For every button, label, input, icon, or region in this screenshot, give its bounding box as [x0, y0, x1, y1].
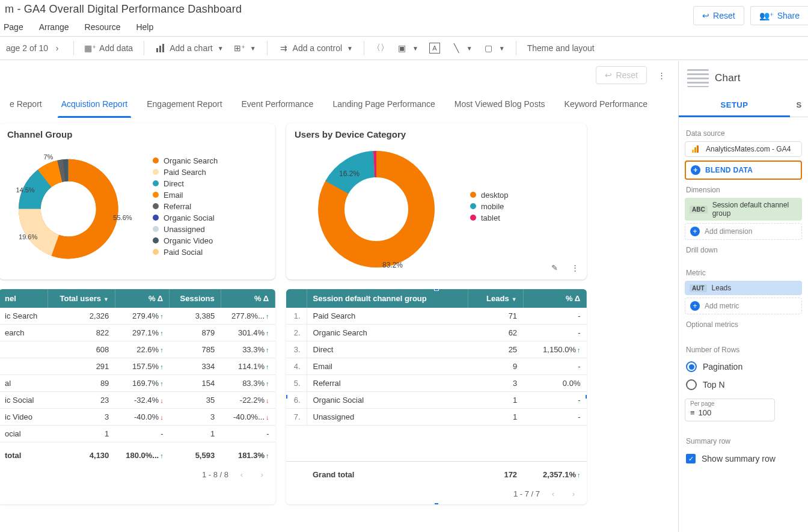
tab-blog[interactable]: Most Viewed Blog Posts	[445, 91, 555, 117]
next-icon[interactable]: ›	[255, 467, 269, 482]
prev-icon[interactable]: ‹	[234, 467, 249, 482]
table-row[interactable]: 3.Direct251,150.0%↑	[286, 341, 587, 358]
metric-chip[interactable]: AUT Leads	[685, 281, 802, 295]
undo-icon: ↩	[702, 11, 709, 20]
menu-page[interactable]: Page	[4, 22, 23, 32]
legend-channel: Organic Search Paid Search Direct Email …	[153, 156, 218, 257]
table-leads[interactable]: Session default channel group Leads▼ % Δ…	[286, 289, 587, 504]
table-row[interactable]: ocial 1 - 1 -	[0, 426, 275, 442]
table-row[interactable]: ic Search 2,326 279.4%↑ 3,385 277.8%...↑	[0, 308, 275, 325]
table-row[interactable]: 6.Organic Social1-	[286, 392, 587, 409]
more-icon[interactable]: ⋮	[566, 259, 583, 276]
menu-arrange[interactable]: Arrange	[39, 22, 69, 32]
label-summary: Summary row	[686, 437, 801, 445]
pager-text: 1 - 8 / 8	[202, 470, 228, 479]
table-row[interactable]: ic Social 23 -32.4%↓ 35 -22.2%↓	[0, 392, 275, 409]
canvas-reset-button[interactable]: ↩ Reset	[596, 66, 647, 84]
data-source-chip[interactable]: AnalyticsMates.com - GA4	[685, 141, 802, 157]
table-row[interactable]: ic Video 3 -40.0%↓ 3 -40.0%...↓	[0, 409, 275, 426]
add-chart-button[interactable]: Add a chart ▼	[152, 40, 227, 56]
metric-name: Leads	[712, 284, 732, 292]
tab-acquisition[interactable]: Acquistion Report	[52, 91, 138, 117]
col-users[interactable]: Total users▼	[47, 289, 115, 308]
more-icon[interactable]: ⋮	[652, 66, 671, 85]
show-summary-checkbox[interactable]: ✓ Show summary row	[685, 449, 802, 468]
theme-button[interactable]: Theme and layout	[524, 41, 598, 55]
table-row[interactable]: 2.Organic Search62-	[286, 325, 587, 341]
shape-button[interactable]: ▢▼	[480, 40, 509, 56]
add-metric-button[interactable]: + Add metric	[685, 298, 802, 314]
table-row[interactable]: 1.Paid Search71-	[286, 308, 587, 325]
prev-icon[interactable]: ‹	[546, 486, 560, 501]
chevron-down-icon: ▼	[250, 45, 256, 52]
resize-handle[interactable]	[286, 394, 288, 399]
col-channel-group[interactable]: Session default channel group	[307, 289, 468, 308]
table-row[interactable]: earch 822 297.1%↑ 879 301.4%↑	[0, 325, 275, 341]
add-data-button[interactable]: ▦⁺ Add data	[81, 40, 136, 56]
resize-handle[interactable]	[585, 394, 587, 399]
tab-engagement[interactable]: Engagement Report	[137, 91, 231, 117]
per-page-input[interactable]: Per page ≡ 100	[685, 399, 775, 421]
ga4-icon	[690, 145, 701, 153]
resize-handle[interactable]	[434, 289, 439, 291]
label-optional-metrics: Optional metrics	[686, 320, 801, 329]
add-data-label: Add data	[99, 43, 133, 53]
add-dimension-button[interactable]: + Add dimension	[685, 223, 802, 240]
table-row[interactable]: 608 22.6%↑ 785 33.3%↑	[0, 341, 275, 358]
theme-label: Theme and layout	[527, 43, 595, 53]
share-button[interactable]: 👥⁺ Share	[750, 6, 808, 25]
type-aut-icon: AUT	[690, 284, 707, 292]
show-summary-label: Show summary row	[702, 454, 776, 463]
card-channel-group[interactable]: Channel Group	[0, 123, 275, 280]
text-button[interactable]: A	[426, 40, 444, 56]
add-chart-label: Add a chart	[170, 43, 213, 53]
next-icon[interactable]: ›	[566, 486, 581, 501]
tab-setup[interactable]: SETUP	[679, 93, 790, 117]
line-button[interactable]: ╲▼	[447, 40, 476, 56]
dimension-chip[interactable]: ABC Session default channel group	[685, 198, 802, 221]
table-chart-icon	[687, 69, 709, 87]
embed-button[interactable]: 〈〉	[372, 40, 390, 56]
table-row[interactable]: 291 157.5%↑ 334 114.1%↑	[0, 358, 275, 375]
community-viz-button[interactable]: ⊞⁺ ▼	[231, 40, 260, 56]
card-device[interactable]: Users by Device Category 83.2% 16.2% des…	[286, 123, 587, 280]
tab-keyword[interactable]: Keyword Performance	[555, 91, 658, 117]
add-control-button[interactable]: ⇉ Add a control ▼	[275, 40, 357, 56]
resize-handle[interactable]	[434, 503, 439, 504]
col-sessions-delta[interactable]: % Δ	[221, 289, 275, 308]
blend-label: BLEND DATA	[705, 166, 753, 174]
blend-data-button[interactable]: + BLEND DATA	[685, 161, 802, 180]
col-index	[286, 289, 307, 308]
add-metric-label: Add metric	[705, 302, 739, 310]
card-title: Channel Group	[0, 123, 275, 142]
col-sessions[interactable]: Sessions	[170, 289, 221, 308]
svg-rect-18	[692, 150, 694, 153]
table-row[interactable]: 5.Referral30.0%	[286, 375, 587, 392]
undo-icon: ↩	[605, 70, 612, 80]
col-users-delta[interactable]: % Δ	[115, 289, 169, 308]
reset-button[interactable]: ↩ Reset	[693, 6, 744, 25]
table-channels[interactable]: nel Total users▼ % Δ Sessions % Δ ic Sea…	[0, 289, 275, 504]
label-data-source: Data source	[686, 129, 801, 138]
table-row[interactable]: al 89 169.7%↑ 154 83.3%↑	[0, 375, 275, 392]
donut-device: 83.2% 16.2%	[292, 140, 461, 272]
page-indicator[interactable]: age 2 of 10 ›	[2, 40, 66, 56]
pager-text: 1 - 7 / 7	[513, 489, 540, 498]
col-leads-delta[interactable]: % Δ	[523, 289, 586, 308]
menu-help[interactable]: Help	[136, 22, 153, 32]
tab-style[interactable]: S	[790, 93, 808, 117]
image-button[interactable]: ▣▼	[393, 40, 422, 56]
list-icon: ≡	[690, 408, 695, 417]
edit-icon[interactable]: ✎	[546, 259, 563, 276]
col-channel[interactable]: nel	[0, 289, 47, 308]
tab-landing[interactable]: Landing Page Performance	[323, 91, 444, 117]
radio-pagination[interactable]: Pagination	[685, 358, 802, 376]
col-leads[interactable]: Leads▼	[468, 289, 523, 308]
tab-event[interactable]: Event Performance	[232, 91, 323, 117]
table-row[interactable]: 7.Unassigned1-	[286, 409, 587, 426]
radio-topn[interactable]: Top N	[685, 376, 802, 394]
table-row[interactable]: 4.Email9-	[286, 358, 587, 375]
tab-overview[interactable]: e Report	[0, 91, 52, 117]
data-source-name: AnalyticsMates.com - GA4	[706, 145, 791, 153]
menu-resource[interactable]: Resource	[85, 22, 121, 32]
